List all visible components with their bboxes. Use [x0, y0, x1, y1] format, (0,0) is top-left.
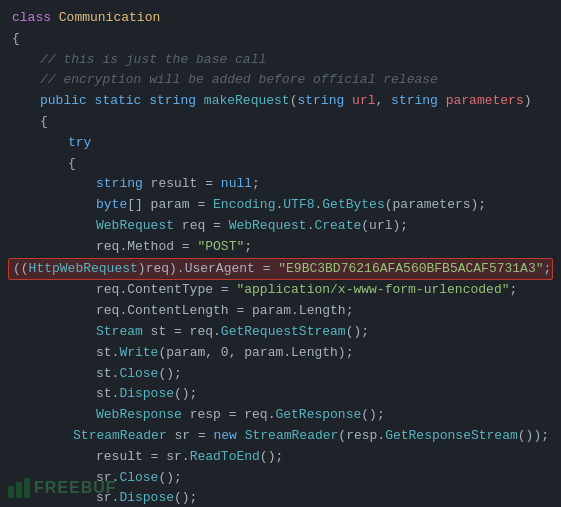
code-line-7: try	[0, 133, 561, 154]
svg-rect-1	[16, 482, 22, 498]
code-line-21: StreamReader sr = new StreamReader(resp.…	[0, 426, 561, 447]
code-line-13: ((HttpWebRequest)req).UserAgent = "E9BC3…	[8, 258, 553, 281]
code-line-9: string result = null;	[0, 174, 561, 195]
svg-rect-0	[8, 486, 14, 498]
code-line-5: public static string makeRequest(string …	[0, 91, 561, 112]
code-line-8: {	[0, 154, 561, 175]
watermark-text: FREEBUF	[34, 475, 117, 501]
code-line-18: st.Close();	[0, 364, 561, 385]
code-line-22: result = sr.ReadToEnd();	[0, 447, 561, 468]
code-line-17: st.Write(param, 0, param.Length);	[0, 343, 561, 364]
code-line-10: byte[] param = Encoding.UTF8.GetBytes(pa…	[0, 195, 561, 216]
code-line-15: req.ContentLength = param.Length;	[0, 301, 561, 322]
code-line-11: WebRequest req = WebRequest.Create(url);	[0, 216, 561, 237]
code-line-20: WebResponse resp = req.GetResponse();	[0, 405, 561, 426]
svg-rect-2	[24, 478, 30, 498]
code-line-2: {	[0, 29, 561, 50]
code-line-12: req.Method = "POST";	[0, 237, 561, 258]
watermark-logo: FREEBUF	[8, 475, 117, 501]
code-line-19: st.Dispose();	[0, 384, 561, 405]
code-line-14: req.ContentType = "application/x-www-for…	[0, 280, 561, 301]
code-line-6: {	[0, 112, 561, 133]
code-container: class Communication{// this is just the …	[0, 0, 561, 507]
watermark: FREEBUF	[8, 475, 117, 501]
code-line-3: // this is just the base call	[0, 50, 561, 71]
code-line-16: Stream st = req.GetRequestStream();	[0, 322, 561, 343]
code-line-4: // encryption will be added before offic…	[0, 70, 561, 91]
code-line-1: class Communication	[0, 8, 561, 29]
